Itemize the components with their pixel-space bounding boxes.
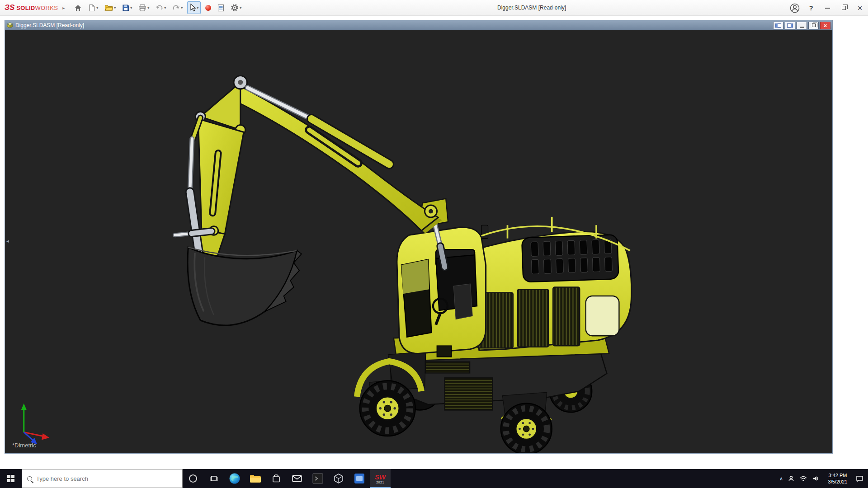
render-sphere-icon xyxy=(205,5,211,11)
dropdown-caret-icon[interactable]: ▾ xyxy=(197,6,198,10)
solidworks-logo: ЗS SOLID WORKS xyxy=(5,3,58,12)
quick-access-toolbar: ▾ ▾ ▾ ▾ ▾ ▾ ▾ xyxy=(71,0,245,15)
doc-minimize-button[interactable] xyxy=(797,22,807,29)
file-explorer-button[interactable] xyxy=(245,469,266,488)
dropdown-caret-icon[interactable]: ▾ xyxy=(240,6,241,10)
minimize-icon xyxy=(825,8,830,9)
volume-icon[interactable] xyxy=(812,475,820,482)
minimize-button[interactable] xyxy=(819,0,835,16)
split-view-left-icon xyxy=(775,23,781,28)
account-icon xyxy=(790,3,800,13)
front-wheel xyxy=(360,381,415,436)
split-view-left-button[interactable] xyxy=(773,22,783,29)
print-icon xyxy=(138,4,146,11)
boom-arm xyxy=(228,84,442,234)
properties-icon xyxy=(217,4,224,12)
dropdown-caret-icon[interactable]: ▾ xyxy=(130,6,132,10)
restore-button[interactable] xyxy=(835,0,852,16)
taskbar-search[interactable] xyxy=(22,469,183,488)
orientation-triad[interactable] xyxy=(21,404,50,445)
properties-button[interactable] xyxy=(216,1,226,14)
account-button[interactable] xyxy=(787,0,803,16)
cortana-button[interactable] xyxy=(183,469,203,488)
solidworks-app-icon: SW 2021 xyxy=(375,474,386,484)
redo-icon xyxy=(172,5,180,11)
new-document-icon xyxy=(88,4,95,12)
settings-button[interactable]: ▾ xyxy=(229,1,243,14)
dropdown-caret-icon[interactable]: ▾ xyxy=(181,6,183,10)
dropdown-caret-icon[interactable]: ▾ xyxy=(147,6,149,10)
save-button[interactable]: ▾ xyxy=(120,1,134,14)
edge-button[interactable] xyxy=(224,469,245,488)
3d-viewer-button[interactable] xyxy=(328,469,349,488)
home-icon xyxy=(74,4,82,12)
clock-time: 3:42 PM xyxy=(825,472,851,479)
system-tray: ∧ 3:42 PM 3/5/2021 xyxy=(779,469,868,488)
graphics-viewport[interactable]: ◂ *Dimetric xyxy=(5,30,832,453)
mail-icon xyxy=(292,475,302,482)
print-button[interactable]: ▾ xyxy=(137,1,151,14)
media-app-icon xyxy=(354,473,365,484)
dropdown-caret-icon[interactable]: ▾ xyxy=(114,6,116,10)
save-icon xyxy=(122,4,129,11)
document-titlebar[interactable]: Digger.SLDASM [Read-only] × xyxy=(5,20,832,30)
solidworks-app-button[interactable]: SW 2021 xyxy=(370,469,391,488)
render-tool-button[interactable] xyxy=(203,1,213,14)
new-document-button[interactable]: ▾ xyxy=(86,1,100,14)
select-tool-button[interactable]: ▾ xyxy=(187,1,201,14)
bucket xyxy=(188,247,302,325)
store-icon xyxy=(272,474,281,483)
media-app-button[interactable] xyxy=(349,469,370,488)
home-button[interactable] xyxy=(72,1,84,14)
select-cursor-icon xyxy=(189,4,196,12)
rear-wheel xyxy=(501,404,552,453)
doc-minimize-icon xyxy=(800,27,804,28)
mail-button[interactable] xyxy=(287,469,307,488)
close-button[interactable]: × xyxy=(852,0,868,16)
close-icon: × xyxy=(857,4,862,12)
contacts-tray-icon[interactable] xyxy=(788,475,794,482)
menu-expand-icon[interactable]: ▸ xyxy=(62,5,65,10)
doc-close-button[interactable]: × xyxy=(820,22,830,29)
start-button[interactable] xyxy=(0,469,22,488)
assembly-doc-icon xyxy=(7,22,13,28)
split-view-right-icon xyxy=(787,23,793,28)
dropdown-caret-icon[interactable]: ▾ xyxy=(96,6,98,10)
dropdown-caret-icon[interactable]: ▾ xyxy=(164,6,166,10)
help-button[interactable]: ? xyxy=(803,0,819,16)
brand-solid: SOLID xyxy=(16,5,35,11)
open-button[interactable]: ▾ xyxy=(103,1,118,14)
task-view-button[interactable] xyxy=(203,469,224,488)
excavator-3d-model[interactable] xyxy=(5,30,832,453)
windows-taskbar: SW 2021 ∧ 3:42 PM 3/5/2021 xyxy=(0,469,868,488)
terminal-button[interactable] xyxy=(307,469,328,488)
app-titlebar: ЗS SOLID WORKS ▸ ▾ ▾ ▾ ▾ ▾ ▾ xyxy=(0,0,868,16)
feature-tree-collapse-arrow[interactable]: ◂ xyxy=(6,238,9,244)
document-window: Digger.SLDASM [Read-only] × xyxy=(5,20,833,454)
search-input[interactable] xyxy=(36,475,167,482)
redo-button[interactable]: ▾ xyxy=(170,1,184,14)
doc-restore-button[interactable] xyxy=(808,22,819,29)
windows-logo-icon xyxy=(7,475,14,482)
action-center-icon[interactable] xyxy=(856,475,863,482)
engine-housing xyxy=(475,217,632,350)
split-view-right-button[interactable] xyxy=(785,22,795,29)
view-orientation-label: *Dimetric xyxy=(12,442,36,449)
doc-close-icon: × xyxy=(824,23,827,28)
terminal-icon xyxy=(312,473,323,484)
open-folder-icon xyxy=(104,4,113,11)
brand-works: WORKS xyxy=(35,5,58,11)
undo-button[interactable]: ▾ xyxy=(154,1,168,14)
restore-icon xyxy=(842,6,846,10)
task-view-icon xyxy=(210,475,218,482)
ds-logo-icon: ЗS xyxy=(5,3,14,12)
wifi-icon[interactable] xyxy=(799,475,807,482)
gear-icon xyxy=(231,4,239,12)
stick-cylinder xyxy=(248,88,389,164)
3d-cube-icon xyxy=(333,473,344,484)
taskbar-clock[interactable]: 3:42 PM 3/5/2021 xyxy=(825,472,851,485)
cortana-icon xyxy=(188,474,198,483)
store-button[interactable] xyxy=(266,469,287,488)
hidden-icons-chevron[interactable]: ∧ xyxy=(779,476,783,482)
document-title: Digger.SLDASM [Read-only] xyxy=(15,22,84,28)
